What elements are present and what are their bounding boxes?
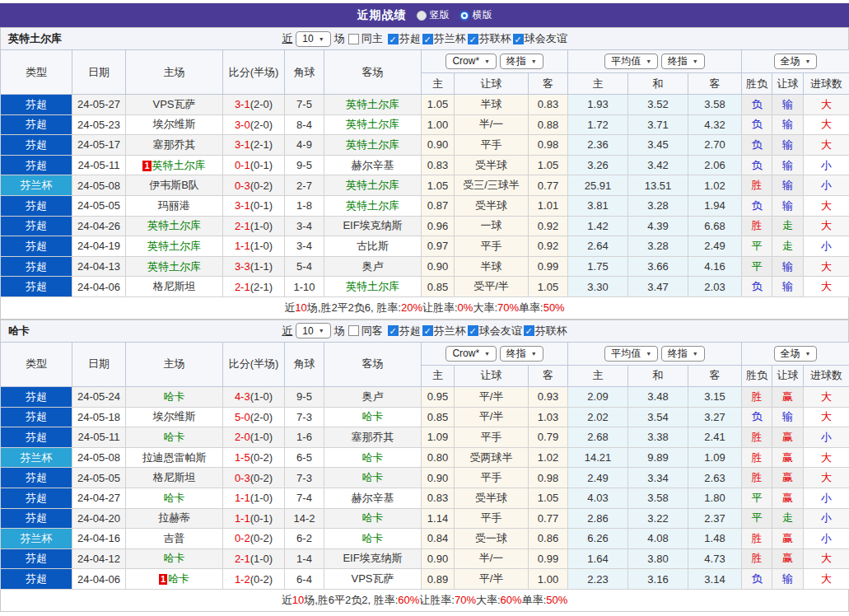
bookmaker-select[interactable]: Crow*▼ xyxy=(445,54,497,69)
team-name-link[interactable]: 英特土尔库 xyxy=(147,240,201,252)
league-checkbox[interactable]: ✓芬兰杯 xyxy=(422,324,466,338)
games-count-select[interactable]: 10 ▼ xyxy=(296,323,330,338)
match-league: 芬兰杯 xyxy=(1,447,72,468)
team-name-link[interactable]: 赫尔辛基 xyxy=(352,492,394,504)
result-goals: 大 xyxy=(804,386,849,407)
team-name-link[interactable]: 英特土尔库 xyxy=(147,219,201,231)
team-name-link[interactable]: 塞那乔其 xyxy=(352,431,394,443)
team-name-link[interactable]: 英特土尔库 xyxy=(152,159,206,171)
team-name-link[interactable]: VPS瓦萨 xyxy=(351,572,394,585)
scope-select[interactable]: 全场▼ xyxy=(774,54,818,69)
halftime-score: (1-0) xyxy=(250,220,273,232)
away-team-cell: 奥卢 xyxy=(324,256,422,277)
away-team-cell: 哈卡 xyxy=(324,508,422,529)
league-checkbox[interactable]: ✓球会友谊 xyxy=(468,324,522,338)
team-name-link[interactable]: 玛丽港 xyxy=(158,199,190,212)
league-checkbox[interactable]: ✓芬联杯 xyxy=(468,31,511,46)
games-count-select[interactable]: 10 ▼ xyxy=(296,31,330,47)
league-checkbox[interactable]: ✓芬超 xyxy=(388,324,421,338)
bookmaker-select[interactable]: Crow*▼ xyxy=(445,346,497,362)
corner-count: 7-3 xyxy=(285,468,324,488)
match-date: 24-05-05 xyxy=(72,195,126,216)
chevron-down-icon: ▼ xyxy=(646,58,651,64)
team-name-link[interactable]: 哈卡 xyxy=(362,410,384,422)
league-checkbox[interactable]: ✓芬超 xyxy=(388,31,421,46)
col-home: 主场 xyxy=(126,50,223,95)
team-name-link[interactable]: 哈卡 xyxy=(362,451,384,464)
final-index-select-2[interactable]: 终指▼ xyxy=(661,346,705,362)
handicap-line: 平手 xyxy=(455,468,529,488)
team-name-link[interactable]: 英特土尔库 xyxy=(346,199,399,212)
col-res-handicap: 让球 xyxy=(772,73,804,95)
team-name-link[interactable]: 哈卡 xyxy=(164,431,185,443)
avg-home-odds: 14.21 xyxy=(568,447,628,468)
team-name-link[interactable]: 哈卡 xyxy=(362,532,384,544)
match-row: 芬超24-05-11哈卡2-0(1-0)1-6塞那乔其1.09平手0.792.6… xyxy=(1,427,849,448)
team-name-link[interactable]: 哈卡 xyxy=(164,492,185,504)
result-wdl: 负 xyxy=(742,569,772,590)
league-checkbox[interactable]: ✓球会友谊 xyxy=(513,31,567,46)
team-name-link[interactable]: 赫尔辛基 xyxy=(352,159,394,171)
team-name-link[interactable]: 古比斯 xyxy=(357,240,389,252)
handicap-line: 平手 xyxy=(455,508,529,529)
team-name-link[interactable]: EIF埃克纳斯 xyxy=(343,552,402,564)
team-name-link[interactable]: 格尼斯坦 xyxy=(153,471,196,483)
team-name-link[interactable]: 英特土尔库 xyxy=(346,179,399,191)
team-name-link[interactable]: 埃尔维斯 xyxy=(153,410,196,422)
league-checkbox[interactable]: ✓芬联杯 xyxy=(524,324,567,338)
home-team-cell: 塞那乔其 xyxy=(126,135,223,156)
summary-text: 大率: xyxy=(473,301,497,315)
team-name-link[interactable]: 英特土尔库 xyxy=(346,280,399,292)
average-select[interactable]: 平均值▼ xyxy=(604,54,658,69)
final-index-select-2[interactable]: 终指▼ xyxy=(661,54,705,69)
fulltime-score: 2-0 xyxy=(235,431,250,443)
league-checkbox[interactable]: ✓芬兰杯 xyxy=(422,31,466,46)
team-name-link[interactable]: 吉普 xyxy=(164,532,185,544)
team-name-link[interactable]: 奥卢 xyxy=(362,260,384,273)
result-goals: 小 xyxy=(804,488,849,508)
team-name-link[interactable]: 哈卡 xyxy=(362,511,384,524)
average-select[interactable]: 平均值▼ xyxy=(604,346,658,362)
team-name-link[interactable]: 哈卡 xyxy=(362,471,384,483)
avg-away-odds: 2.63 xyxy=(688,468,742,488)
team-name-link[interactable]: 埃尔维斯 xyxy=(153,118,196,130)
team-name-link[interactable]: 哈卡 xyxy=(168,572,189,585)
avg-away-odds: 2.49 xyxy=(688,236,742,257)
team-name-link[interactable]: 拉赫蒂 xyxy=(158,511,190,524)
radio-horizontal[interactable]: 横版 xyxy=(459,8,492,22)
result-wdl: 平 xyxy=(742,256,772,277)
team-name-link[interactable]: 哈卡 xyxy=(164,390,185,403)
checkbox-icon: ✓ xyxy=(468,34,478,44)
same-side-checkbox[interactable]: 同客 xyxy=(348,324,383,338)
result-handicap: 输 xyxy=(772,155,804,175)
team-name-link[interactable]: 英特土尔库 xyxy=(147,260,201,273)
team-section-header: 英特土尔库 近 10 ▼ 场 同主 ✓芬超✓芬兰杯✓芬联杯✓球会友谊 xyxy=(0,27,849,49)
team-name-link[interactable]: 伊韦斯B队 xyxy=(149,179,199,191)
summary-text: 50% xyxy=(546,594,567,606)
team-name-link[interactable]: VPS瓦萨 xyxy=(152,98,195,110)
avg-draw-odds: 4.39 xyxy=(628,216,688,236)
team-name-link[interactable]: 拉迪恩雷帕斯 xyxy=(142,451,207,464)
radio-vertical[interactable]: 竖版 xyxy=(417,8,450,22)
final-index-select[interactable]: 终指▼ xyxy=(500,54,543,69)
handicap-away-odds: 0.77 xyxy=(529,175,568,196)
handicap-home-odds: 0.90 xyxy=(422,468,455,488)
match-date: 24-05-11 xyxy=(72,155,126,175)
match-score: 2-1(2-1) xyxy=(223,277,285,297)
match-row: 芬超24-05-05玛丽港3-1(0-1)1-8英特土尔库0.87受半球1.01… xyxy=(1,195,849,216)
handicap-line: 平手 xyxy=(455,427,529,448)
team-name-link[interactable]: 英特土尔库 xyxy=(346,138,399,151)
team-name-link[interactable]: 塞那乔其 xyxy=(153,138,196,151)
final-index-select[interactable]: 终指▼ xyxy=(500,346,543,362)
match-row: 芬超24-05-27VPS瓦萨3-1(2-0)7-5英特土尔库1.05半球0.8… xyxy=(1,95,849,115)
halftime-score: (0-2) xyxy=(250,573,273,586)
team-name-link[interactable]: 格尼斯坦 xyxy=(153,280,196,292)
team-name-link[interactable]: 英特土尔库 xyxy=(346,98,399,110)
team-name-link[interactable]: 哈卡 xyxy=(164,552,185,564)
team-name-link[interactable]: 英特土尔库 xyxy=(346,118,399,130)
team-name-link[interactable]: EIF埃克纳斯 xyxy=(343,219,402,231)
handicap-away-odds: 0.92 xyxy=(529,236,568,257)
scope-select[interactable]: 全场▼ xyxy=(774,346,818,362)
same-side-checkbox[interactable]: 同主 xyxy=(348,31,383,46)
team-name-link[interactable]: 奥卢 xyxy=(362,390,384,403)
